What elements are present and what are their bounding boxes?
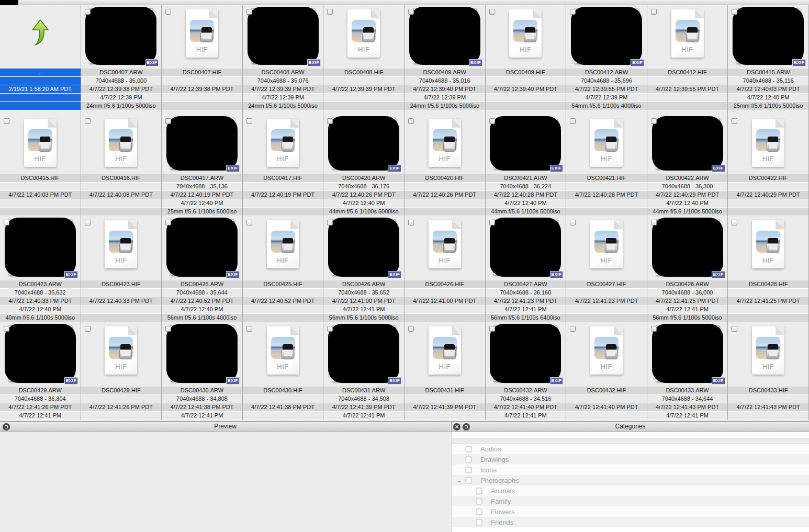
file-cell[interactable]: HIF DSC00428.HIF 4/7/22 12:41:25 PM PDT [728, 216, 809, 322]
file-cell[interactable]: EXIF DSC00407.ARW 7040x4688 - 35,000 4/7… [81, 5, 162, 115]
file-checkbox[interactable] [165, 9, 171, 15]
file-cell[interactable]: EXIF DSC00415.ARW 7040x4688 - 35,116 4/7… [728, 5, 809, 115]
exif-badge: EXIF [307, 59, 321, 66]
file-checkbox[interactable] [570, 220, 576, 225]
file-checkbox[interactable] [651, 9, 657, 15]
file-checkbox[interactable] [246, 9, 252, 15]
file-cell[interactable]: EXIF DSC00421.ARW 7040x4688 - 36,224 4/7… [486, 115, 567, 216]
category-checkbox[interactable] [465, 467, 472, 473]
file-checkbox[interactable] [489, 326, 495, 332]
file-checkbox[interactable] [246, 220, 252, 225]
file-checkbox[interactable] [570, 9, 576, 15]
file-cell[interactable]: EXIF DSC00427.ARW 7040x4688 - 36,160 4/7… [486, 216, 567, 322]
file-checkbox[interactable] [246, 326, 252, 332]
file-checkbox[interactable] [246, 118, 252, 124]
file-cell[interactable]: HIF DSC00409.HIF 4/7/22 12:39:40 PM PDT [486, 5, 567, 115]
category-checkbox[interactable] [465, 456, 472, 463]
file-cell[interactable]: HIF DSC00420.HIF 4/7/22 12:40:26 PM PDT [404, 115, 486, 216]
file-checkbox[interactable] [327, 118, 333, 124]
file-checkbox[interactable] [732, 326, 737, 332]
file-cell[interactable]: HIF DSC00407.HIF 4/7/22 12:39:38 PM PDT [162, 5, 243, 115]
file-cell[interactable]: EXIF DSC00408.ARW 7040x4688 - 35,076 4/7… [243, 5, 324, 115]
file-checkbox[interactable] [327, 220, 333, 225]
category-checkbox[interactable] [465, 446, 472, 452]
file-cell[interactable]: HIF DSC00416.HIF 4/7/22 12:40:08 PM PDT [81, 115, 162, 216]
file-checkbox[interactable] [4, 220, 9, 225]
file-cell[interactable]: HIF DSC00415.HIF 4/7/22 12:40:03 PM PDT [0, 115, 81, 216]
file-checkbox[interactable] [85, 220, 91, 225]
file-checkbox[interactable] [408, 326, 414, 332]
category-checkbox[interactable] [476, 508, 482, 515]
file-checkbox[interactable] [327, 326, 333, 332]
file-cell[interactable]: EXIF DSC00433.ARW 7040x4688 - 34,644 4/7… [647, 322, 728, 420]
category-row[interactable]: ⌄ Photographs [452, 475, 809, 485]
file-checkbox[interactable] [85, 9, 91, 15]
file-checkbox[interactable] [327, 9, 333, 15]
category-row[interactable]: ⌄ Icons [452, 465, 809, 475]
category-checkbox[interactable] [476, 488, 482, 494]
file-cell[interactable]: EXIF DSC00425.ARW 7040x4688 - 35,644 4/7… [162, 216, 243, 322]
file-checkbox[interactable] [489, 220, 495, 225]
file-checkbox[interactable] [651, 326, 657, 332]
file-cell[interactable]: EXIF DSC00420.ARW 7040x4688 - 36,176 4/7… [323, 115, 404, 216]
file-cell[interactable]: EXIF DSC00417.ARW 7040x4688 - 35,136 4/7… [162, 115, 243, 216]
file-checkbox[interactable] [732, 220, 737, 225]
file-checkbox[interactable] [732, 118, 737, 124]
file-cell[interactable]: HIF DSC00417.HIF 4/7/22 12:40:19 PM PDT [243, 115, 324, 216]
file-checkbox[interactable] [570, 326, 576, 332]
file-checkbox[interactable] [732, 9, 737, 15]
category-row[interactable]: ⌄ Audios [452, 444, 809, 454]
file-cell[interactable]: EXIF DSC00412.ARW 7040x4688 - 35,696 4/7… [566, 5, 647, 115]
file-cell[interactable]: HIF DSC00425.HIF 4/7/22 12:40:52 PM PDT [243, 216, 324, 322]
close-panel-icon[interactable]: ✕ [453, 423, 460, 431]
file-cell[interactable]: HIF DSC00426.HIF 4/7/22 12:41:00 PM PDT [404, 216, 486, 322]
parent-dir-cell[interactable]: .. 2/19/21 1:58:20 AM PDT [0, 5, 81, 115]
file-cell[interactable]: EXIF DSC00432.ARW 7040x4688 - 34,516 4/7… [486, 322, 567, 420]
file-cell[interactable]: HIF DSC00432.HIF 4/7/22 12:41:40 PM PDT [566, 322, 647, 420]
file-checkbox[interactable] [489, 118, 495, 124]
file-checkbox[interactable] [85, 118, 91, 124]
file-cell[interactable]: EXIF DSC00429.ARW 7040x4688 - 36,304 4/7… [0, 322, 81, 420]
file-cell[interactable]: HIF DSC00412.HIF 4/7/22 12:39:55 PM PDT [647, 5, 728, 115]
file-checkbox[interactable] [165, 220, 171, 225]
category-checkbox[interactable] [476, 498, 482, 505]
file-cell[interactable]: EXIF DSC00428.ARW 7040x4688 - 36,000 4/7… [647, 216, 728, 322]
file-cell[interactable]: EXIF DSC00423.ARW 7040x4688 - 35,632 4/7… [0, 216, 81, 322]
file-cell[interactable]: EXIF DSC00426.ARW 7040x4688 - 35,652 4/7… [323, 216, 404, 322]
file-cell[interactable]: HIF DSC00429.HIF 4/7/22 12:41:26 PM PDT [81, 322, 162, 420]
file-cell[interactable]: HIF DSC00431.HIF 4/7/22 12:41:39 PM PDT [404, 322, 486, 420]
file-checkbox[interactable] [651, 220, 657, 225]
category-row[interactable]: ⌄ Family [452, 496, 809, 506]
file-cell[interactable]: HIF DSC00422.HIF 4/7/22 12:40:29 PM PDT [728, 115, 809, 216]
file-cell[interactable]: EXIF DSC00431.ARW 7040x4688 - 34,508 4/7… [323, 322, 404, 420]
category-row[interactable]: ⌄ Flowers [452, 506, 809, 517]
file-cell[interactable]: HIF DSC00408.HIF 4/7/22 12:39:39 PM PDT [323, 5, 404, 115]
file-checkbox[interactable] [165, 326, 171, 332]
undock-panel-icon[interactable] [463, 423, 470, 431]
category-row[interactable]: ⌄ Drawings [452, 454, 809, 465]
file-checkbox[interactable] [85, 326, 91, 332]
category-checkbox[interactable] [476, 519, 482, 526]
file-checkbox[interactable] [4, 118, 9, 124]
file-checkbox[interactable] [408, 9, 414, 15]
file-cell[interactable]: EXIF DSC00430.ARW 7040x4688 - 34,808 4/7… [162, 322, 243, 420]
file-checkbox[interactable] [489, 9, 495, 15]
file-checkbox[interactable] [651, 118, 657, 124]
file-checkbox[interactable] [408, 118, 414, 124]
file-checkbox[interactable] [408, 220, 414, 225]
file-cell[interactable]: EXIF DSC00409.ARW 7040x4688 - 35,016 4/7… [404, 5, 486, 115]
file-cell[interactable]: HIF DSC00430.HIF 4/7/22 12:41:38 PM PDT [243, 322, 324, 420]
category-row[interactable]: ⌄ Friends [452, 517, 809, 527]
file-checkbox[interactable] [570, 118, 576, 124]
file-cell[interactable]: HIF DSC00423.HIF 4/7/22 12:40:33 PM PDT [81, 216, 162, 322]
chevron-down-icon[interactable]: ⌄ [456, 478, 463, 483]
file-checkbox[interactable] [165, 118, 171, 124]
category-row[interactable]: ⌄ Animals [452, 485, 809, 496]
undock-panel-icon[interactable] [3, 423, 10, 431]
file-checkbox[interactable] [4, 326, 9, 332]
file-cell[interactable]: HIF DSC00433.HIF 4/7/22 12:41:43 PM PDT [728, 322, 809, 420]
file-cell[interactable]: HIF DSC00427.HIF 4/7/22 12:41:23 PM PDT [566, 216, 647, 322]
file-cell[interactable]: HIF DSC00421.HIF 4/7/22 12:40:28 PM PDT [566, 115, 647, 216]
file-cell[interactable]: EXIF DSC00422.ARW 7040x4688 - 36,300 4/7… [647, 115, 728, 216]
category-checkbox[interactable] [465, 477, 472, 484]
